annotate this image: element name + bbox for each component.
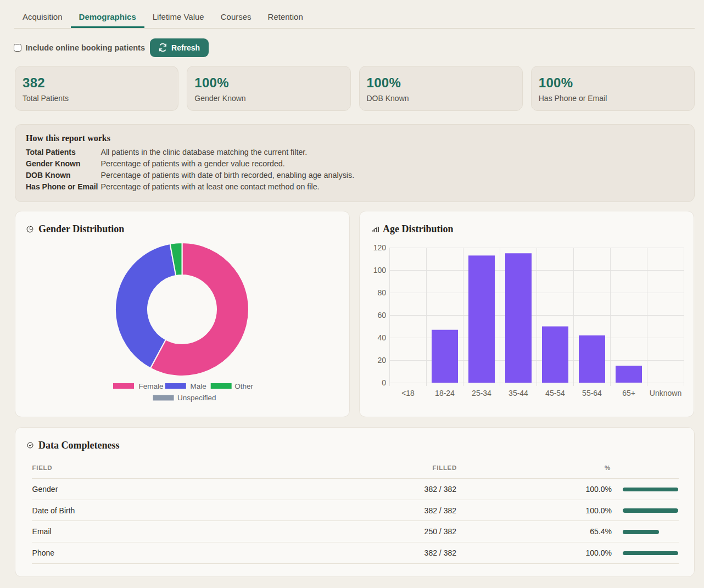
svg-text:0: 0 [382,378,386,387]
svg-text:Unknown: Unknown [650,389,681,397]
svg-text:60: 60 [377,311,386,320]
svg-text:120: 120 [373,243,387,252]
svg-text:45-54: 45-54 [545,389,565,397]
svg-text:<18: <18 [401,389,415,397]
svg-text:55-64: 55-64 [582,389,602,397]
svg-text:40: 40 [377,333,386,342]
svg-text:100: 100 [373,266,387,275]
svg-text:Male: Male [190,382,206,390]
svg-text:18-24: 18-24 [435,389,455,397]
svg-text:20: 20 [377,356,386,365]
svg-text:Unspecified: Unspecified [177,394,216,402]
svg-text:35-44: 35-44 [509,389,528,397]
svg-text:Other: Other [234,382,253,390]
svg-text:65+: 65+ [622,389,635,397]
svg-text:80: 80 [377,288,386,297]
svg-text:Female: Female [138,382,163,390]
svg-text:25-34: 25-34 [472,389,491,397]
